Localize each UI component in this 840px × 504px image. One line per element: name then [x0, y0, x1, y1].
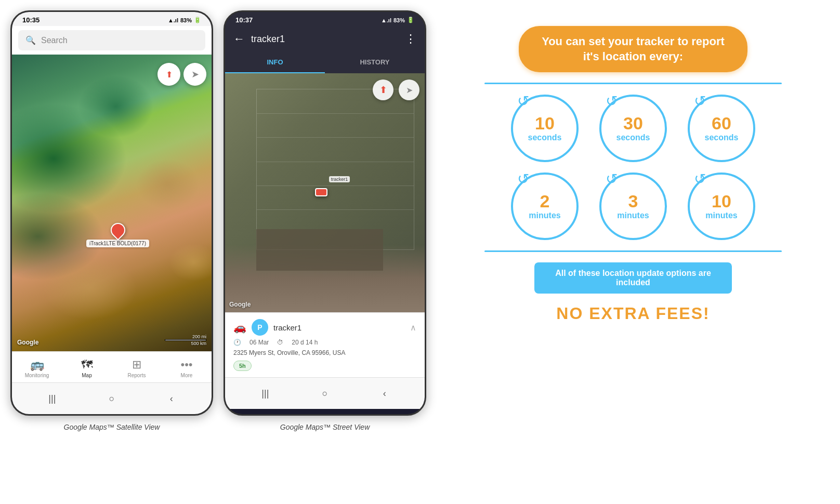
phone2-android-home-button[interactable]: ○ [314, 383, 335, 404]
phone1-search-bar[interactable]: 🔍 Search [18, 30, 205, 50]
location-arrow-icon: ➤ [191, 69, 199, 80]
phone1-search-container: 🔍 Search [12, 26, 212, 55]
phone1-caption: Google Maps™ Satellite View [64, 423, 160, 431]
ig-circle-2m-number: 2 [540, 192, 550, 210]
phones-row: 10:35 ▲.ıl 83% 🔋 🔍 Search ⬆ [10, 10, 426, 431]
ig-circle-10s: 10 seconds [511, 95, 579, 162]
phone2-tabs: INFO HISTORY [225, 52, 425, 73]
phone1-satellite-map[interactable]: ⬆ ➤ iTrack1LTE BOLD(0177) 200 mi 500 km … [12, 55, 212, 351]
ig-circle-2m-unit: minutes [529, 211, 560, 220]
phone2-more-button[interactable]: ⋮ [405, 32, 416, 46]
phone2-android-menu-icon: ||| [261, 388, 269, 399]
phone1-bottom-nav: 🚌 Monitoring 🗺 Map ⊞ Reports ••• More [12, 351, 212, 382]
android-back-icon: ‹ [170, 393, 173, 404]
phone1-signal: ▲.ıl [168, 17, 178, 23]
aerial-location-icon: ➤ [406, 85, 413, 95]
phone1-google-watermark: Google [17, 339, 38, 346]
info-address: 2325 Myers St, Oroville, CA 95966, USA [233, 349, 416, 356]
nav-map[interactable]: 🗺 Map [69, 356, 105, 380]
phone2-tracker-car-label: tracker1 [329, 176, 350, 182]
ig-circle-30s-number: 30 [623, 114, 643, 132]
phone2-frame: 10:37 ▲.ıl 83% 🔋 ← tracker1 ⋮ INFO HISTO… [224, 10, 426, 416]
aerial-compass-icon: ⬆ [379, 84, 387, 96]
nav-more[interactable]: ••• More [168, 356, 205, 380]
nav-reports-label: Reports [127, 373, 146, 378]
phone2-aerial-map[interactable]: tracker1 ⬆ ➤ Google [225, 73, 425, 312]
phone2-caption: Google Maps™ Street View [280, 423, 370, 431]
phone2-android-home-icon: ○ [322, 388, 328, 399]
phone2-android-nav: ||| ○ ‹ [225, 377, 425, 409]
search-icon: 🔍 [25, 35, 36, 45]
ig-included-text: All of these location update options are… [534, 262, 732, 294]
android-menu-icon: ||| [48, 393, 56, 404]
phone1-tracker-pin: iTrack1LTE BOLD(0177) [86, 223, 149, 247]
more-icon: ••• [180, 358, 192, 372]
ig-circle-60s-number: 60 [712, 114, 731, 132]
phone2-battery: 83% [393, 17, 405, 23]
phone2-battery-icon: 🔋 [407, 17, 414, 23]
phone2-info-panel: 🚗 P tracker1 ∧ 🕐 06 Mar ⏱ 20 d 14 h 2325… [225, 312, 425, 377]
android-home-icon: ○ [109, 393, 115, 404]
ig-bottom-divider [484, 250, 782, 252]
phone1-time: 10:35 [22, 16, 40, 24]
infographic-panel: You can set your tracker to report it's … [437, 10, 830, 339]
phone2-container: 10:37 ▲.ıl 83% 🔋 ← tracker1 ⋮ INFO HISTO… [224, 10, 426, 431]
tracker-pin-marker [108, 220, 128, 241]
phone2-status-icons: ▲.ıl 83% 🔋 [381, 17, 414, 23]
phone1-location-button[interactable]: ➤ [183, 63, 206, 86]
info-car-icon: 🚗 [233, 321, 246, 334]
android-home-button[interactable]: ○ [101, 388, 122, 409]
phone2-compass-button[interactable]: ⬆ [373, 79, 393, 100]
ig-circle-60s: 60 seconds [688, 95, 755, 162]
phone2-location-button[interactable]: ➤ [399, 79, 419, 100]
phone1-container: 10:35 ▲.ıl 83% 🔋 🔍 Search ⬆ [10, 10, 213, 431]
tab-info[interactable]: INFO [225, 52, 325, 73]
phone2-back-button[interactable]: ← [233, 32, 245, 46]
tab-history[interactable]: HISTORY [325, 52, 425, 73]
scale-200mi: 200 mi [192, 334, 206, 339]
phone1-battery-icon: 🔋 [194, 17, 201, 23]
ig-no-extra-fees-text: NO EXTRA FEES! [556, 304, 710, 323]
info-row2: 🕐 06 Mar ⏱ 20 d 14 h [233, 339, 416, 346]
tracker-letter-icon: P [252, 319, 268, 336]
phone2-android-back-button[interactable]: ‹ [374, 383, 395, 404]
info-duration: 20 d 14 h [292, 339, 318, 346]
phone2-status-bar: 10:37 ▲.ıl 83% 🔋 [225, 12, 425, 26]
info-timer-icon: ⏱ [277, 339, 283, 346]
building-overlay [256, 229, 383, 271]
phone2-header-title: tracker1 [251, 34, 405, 45]
android-menu-button[interactable]: ||| [42, 388, 62, 409]
ig-circles-row1: 10 seconds 30 seconds 60 seconds [511, 95, 755, 162]
info-time-badge: 5h [233, 361, 252, 371]
phone2-android-back-icon: ‹ [383, 388, 386, 399]
info-date: 06 Mar [250, 339, 269, 346]
ig-circle-60s-unit: seconds [705, 133, 739, 142]
ig-circle-30s: 30 seconds [599, 95, 667, 162]
nav-reports[interactable]: ⊞ Reports [119, 356, 155, 380]
ig-top-divider [484, 83, 782, 84]
parking-lines [257, 89, 414, 249]
phone2-android-menu-button[interactable]: ||| [255, 383, 275, 404]
parking-line-1 [257, 113, 414, 114]
info-tracker-name-row: 🚗 P tracker1 [233, 319, 301, 336]
parking-lot-overlay [256, 89, 414, 250]
phone1-search-text[interactable]: Search [41, 36, 68, 45]
ig-circle-3m-unit: minutes [617, 211, 649, 220]
map-icon: 🗺 [81, 358, 93, 372]
phone2-signal: ▲.ıl [381, 17, 391, 23]
phone2-app-header: ← tracker1 ⋮ [225, 26, 425, 52]
info-tracker-name-text: tracker1 [273, 323, 301, 332]
phone1-android-nav: ||| ○ ‹ [12, 382, 212, 414]
parking-line-5 [257, 209, 414, 210]
ig-circle-10m-number: 10 [712, 192, 731, 210]
ig-circle-10m: 10 minutes [688, 173, 755, 240]
phone1-compass-button[interactable]: ⬆ [158, 63, 180, 86]
nav-monitoring[interactable]: 🚌 Monitoring [19, 356, 55, 380]
info-clock-icon: 🕐 [233, 339, 241, 346]
nav-map-label: Map [82, 373, 91, 378]
ig-circle-10s-number: 10 [535, 114, 555, 132]
ig-circle-3m: 3 minutes [599, 173, 667, 240]
ig-header-text: You can set your tracker to report it's … [519, 26, 747, 72]
android-back-button[interactable]: ‹ [161, 388, 182, 409]
ig-circle-30s-unit: seconds [616, 133, 650, 142]
